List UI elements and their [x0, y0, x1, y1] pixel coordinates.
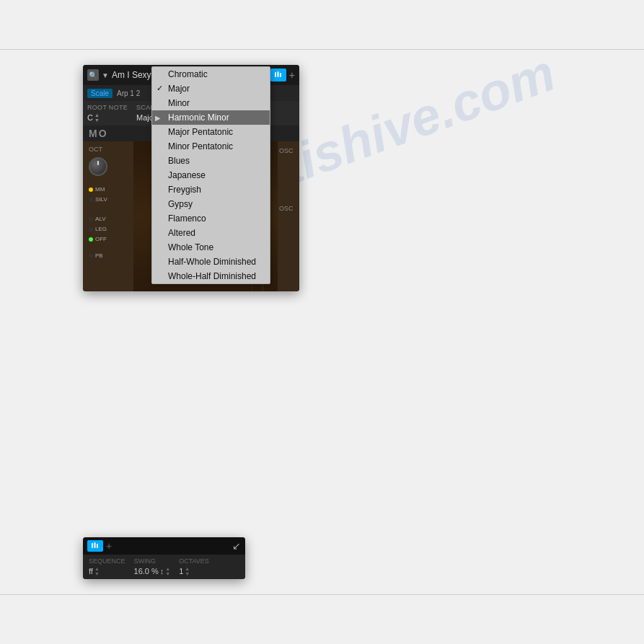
- svg-rect-0: [275, 72, 276, 77]
- music-icon-button[interactable]: [270, 69, 286, 81]
- root-up[interactable]: ▲: [94, 113, 100, 118]
- svg-rect-2: [280, 73, 281, 77]
- dropdown-item-blues[interactable]: Blues: [152, 154, 270, 168]
- oct-label: OCT: [89, 146, 128, 153]
- swing-value: 16.0 %: [134, 567, 159, 575]
- swing-value-row[interactable]: 16.0 % ↕ ▲ ▼: [134, 566, 171, 576]
- dropdown-item-minor[interactable]: Minor: [152, 96, 270, 110]
- root-note-arrows[interactable]: ▲ ▼: [94, 113, 100, 123]
- sequence-value-row[interactable]: ff ▲ ▼: [89, 566, 125, 576]
- octaves-group: Octaves 1 ▲ ▼: [179, 557, 209, 576]
- octaves-label: Octaves: [179, 557, 209, 565]
- osc2-label: OSC: [279, 205, 298, 212]
- synth-brand: MO: [89, 128, 108, 139]
- swing-cursor: ↕: [160, 567, 164, 575]
- dropdown-item-japanese[interactable]: Japanese: [152, 168, 270, 182]
- arp-panel: + ↙ Sequence ff ▲ ▼ Swing 16.0 % ↕ ▲ ▼: [83, 537, 245, 579]
- off-label: OFF: [95, 236, 107, 242]
- dropdown-item-flamenco[interactable]: Flamenco: [152, 211, 270, 226]
- off-led: [89, 237, 93, 242]
- alv-led-row: ALV: [89, 216, 128, 222]
- bottom-divider: [0, 594, 644, 595]
- alv-led: [89, 217, 93, 221]
- oct-down[interactable]: ▼: [185, 571, 190, 576]
- dropdown-item-whole-tone[interactable]: Whole Tone: [152, 240, 270, 255]
- arp-add-button[interactable]: +: [106, 540, 112, 552]
- dropdown-item-freygish[interactable]: Freygish: [152, 182, 270, 197]
- silv-led: [89, 198, 93, 202]
- sequence-value: ff: [89, 567, 93, 575]
- pb-label: PB: [95, 252, 103, 259]
- dropdown-item-minor-pentatonic[interactable]: Minor Pentatonic: [152, 139, 270, 154]
- svg-rect-4: [94, 542, 96, 548]
- preset-arrow[interactable]: ▼: [102, 71, 109, 79]
- oct-knob[interactable]: [89, 157, 107, 176]
- octaves-value-row[interactable]: 1 ▲ ▼: [179, 566, 209, 576]
- tab-scale[interactable]: Scale: [87, 89, 113, 98]
- octaves-arrows[interactable]: ▲ ▼: [185, 566, 190, 576]
- alv-label: ALV: [95, 216, 106, 222]
- seq-down[interactable]: ▼: [94, 571, 100, 576]
- root-down[interactable]: ▼: [94, 118, 100, 123]
- mm-led: [89, 188, 93, 192]
- leg-led: [89, 227, 93, 231]
- mm-led-row: MM: [89, 186, 128, 193]
- swing-arrows[interactable]: ▲ ▼: [165, 566, 170, 576]
- dropdown-item-chromatic[interactable]: Chromatic: [152, 67, 270, 81]
- dropdown-item-altered[interactable]: Altered: [152, 226, 270, 240]
- pb-led: [89, 254, 93, 258]
- dropdown-item-harmonic-minor[interactable]: ▶ Harmonic Minor: [152, 110, 270, 125]
- dropdown-item-whole-half-diminished[interactable]: Whole-Half Diminished: [152, 269, 270, 283]
- sequence-arrows[interactable]: ▲ ▼: [94, 566, 100, 576]
- oct-up[interactable]: ▲: [185, 566, 190, 571]
- swing-down[interactable]: ▼: [165, 571, 170, 576]
- search-icon[interactable]: 🔍: [87, 69, 99, 81]
- dropdown-item-major[interactable]: Major: [152, 81, 270, 96]
- root-note-value: C: [87, 113, 93, 122]
- leg-led-row: LEG: [89, 226, 128, 232]
- svg-rect-1: [277, 71, 278, 77]
- cursor-indicator: ▶: [155, 114, 161, 122]
- scale-type-dropdown: Chromatic Major Minor ▶ Harmonic Minor M…: [151, 66, 270, 284]
- seq-up[interactable]: ▲: [94, 566, 100, 571]
- tab-arp[interactable]: Arp 1 2: [117, 89, 140, 97]
- root-note-label: Root Note: [87, 104, 128, 111]
- arp-title-bar: + ↙: [83, 537, 245, 555]
- arp-music-icon[interactable]: [87, 540, 103, 552]
- mm-label: MM: [95, 186, 105, 193]
- sequence-label: Sequence: [89, 557, 125, 565]
- swing-group: Swing 16.0 % ↕ ▲ ▼: [134, 557, 171, 576]
- leg-label: LEG: [95, 226, 107, 232]
- dropdown-item-major-pentatonic[interactable]: Major Pentatonic: [152, 125, 270, 139]
- swing-label: Swing: [134, 557, 171, 565]
- dropdown-item-gypsy[interactable]: Gypsy: [152, 197, 270, 211]
- silv-led-row: SILV: [89, 196, 128, 203]
- pb-led-row: PB: [89, 252, 128, 259]
- sequence-group: Sequence ff ▲ ▼: [89, 557, 125, 576]
- svg-rect-5: [97, 544, 98, 548]
- arp-cursor-indicator: ↙: [232, 540, 241, 552]
- root-note-group: Root Note C ▲ ▼: [87, 104, 128, 123]
- off-led-row: OFF: [89, 236, 128, 242]
- add-button[interactable]: +: [289, 70, 295, 80]
- silv-label: SILV: [95, 196, 107, 203]
- dropdown-item-half-whole-diminished[interactable]: Half-Whole Diminished: [152, 255, 270, 269]
- octaves-value: 1: [179, 567, 183, 575]
- top-divider: [0, 49, 644, 50]
- swing-up[interactable]: ▲: [165, 566, 170, 571]
- svg-rect-3: [92, 543, 93, 548]
- arp-controls-row: Sequence ff ▲ ▼ Swing 16.0 % ↕ ▲ ▼ Octav: [83, 555, 245, 579]
- root-note-select[interactable]: C ▲ ▼: [87, 113, 128, 123]
- osc1-label: OSC: [279, 147, 298, 154]
